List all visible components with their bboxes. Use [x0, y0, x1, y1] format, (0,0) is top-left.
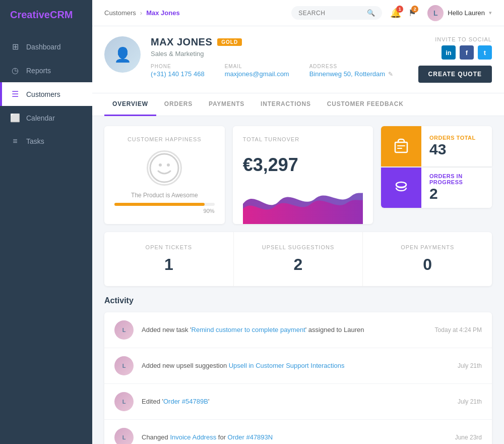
linkedin-button[interactable]: in	[442, 45, 456, 60]
notification-badge: 1	[396, 6, 403, 13]
open-tickets-count: 1	[114, 255, 223, 274]
tabs: OVERVIEW ORDERS PAYMENTS INTERACTIONS CU…	[92, 93, 504, 116]
tab-overview[interactable]: OVERVIEW	[104, 93, 156, 116]
sidebar-label-tasks: Tasks	[26, 137, 44, 145]
activity-list: L Added new task 'Remind customer to com…	[104, 312, 492, 444]
create-quote-button[interactable]: CREATE QUOTE	[418, 66, 492, 83]
orders-total-label: ORDERS TOTAL	[429, 135, 484, 141]
happiness-comment: The Product is Awesome	[114, 192, 215, 199]
email-value[interactable]: maxjones@gmail.com	[225, 70, 289, 78]
phone-value[interactable]: (+31) 140 175 468	[151, 70, 205, 78]
orders-progress-info: ORDERS IN PROGRESS 2	[421, 168, 492, 208]
address-field: ADDRESS Binnenweg 50, Rotterdam ✎	[309, 64, 393, 78]
notification-bell[interactable]: 🔔 1	[390, 8, 401, 19]
dashboard-icon: ⊞	[10, 42, 20, 51]
open-payments-card: OPEN PAYMENTS 0	[363, 232, 492, 286]
search-input[interactable]	[298, 10, 363, 17]
invite-social: INVITE TO SOCIAL in f t	[435, 36, 492, 60]
sidebar-label-dashboard: Dashboard	[26, 43, 61, 51]
twitter-button[interactable]: t	[478, 45, 492, 60]
activity-section: Activity L Added new task 'Remind custom…	[104, 296, 492, 444]
address-label: ADDRESS	[309, 64, 393, 69]
search-container[interactable]: 🔍	[291, 6, 382, 20]
orders-progress-label: ORDERS IN PROGRESS	[429, 173, 484, 185]
open-payments-label: OPEN PAYMENTS	[373, 244, 482, 250]
activity-text-2: Added new upsell suggestion Upsell in Cu…	[142, 361, 450, 370]
orders-total-count: 43	[429, 141, 484, 158]
activity-title: Activity	[104, 296, 492, 305]
open-tickets-label: OPEN TICKETS	[114, 244, 223, 250]
happiness-title: CUSTOMER HAPPINESS	[114, 136, 215, 142]
sidebar-label-calendar: Calendar	[26, 114, 55, 122]
customers-icon: ☰	[10, 89, 20, 99]
logo-text-main: Creative	[10, 9, 50, 20]
activity-time-3: July 21th	[458, 398, 482, 405]
activity-link-2[interactable]: Upsell in Customer Support Interactions	[229, 362, 345, 369]
sidebar-item-customers[interactable]: ☰ Customers	[0, 82, 92, 106]
customer-tier-badge: GOLD	[217, 38, 242, 46]
dropdown-chevron: ▾	[489, 10, 492, 16]
facebook-button[interactable]: f	[460, 45, 474, 60]
activity-item-1: L Added new task 'Remind customer to com…	[104, 312, 492, 348]
activity-item-3: L Edited 'Order #54789B' July 21th	[104, 384, 492, 420]
happiness-progress-bar	[114, 203, 215, 206]
orders-progress-count: 2	[429, 185, 484, 202]
user-profile[interactable]: L Hello Lauren ▾	[427, 5, 492, 21]
sidebar-item-dashboard[interactable]: ⊞ Dashboard	[0, 35, 92, 59]
phone-field: PHONE (+31) 140 175 468	[151, 64, 205, 78]
tab-payments[interactable]: PAYMENTS	[201, 93, 253, 116]
activity-text-3: Edited 'Order #54789B'	[142, 397, 450, 406]
upsell-card: UPSELL SUGGESTIONS 2	[234, 232, 363, 286]
activity-link-4b[interactable]: Order #47893N	[228, 433, 273, 441]
topbar: Customers › Max Jones 🔍 🔔 1 ⚑ 2 L Hello …	[92, 0, 504, 26]
user-avatar: L	[427, 5, 444, 21]
sidebar-item-reports[interactable]: ◷ Reports	[0, 59, 92, 82]
activity-text-4: Changed Invoice Address for Order #47893…	[142, 433, 447, 442]
app-logo: CreativeCRM	[0, 0, 92, 30]
activity-item-4: L Changed Invoice Address for Order #478…	[104, 420, 492, 444]
customer-avatar: 👤	[104, 36, 141, 73]
alert-icon-btn[interactable]: ⚑ 2	[408, 8, 416, 19]
upsell-count: 2	[244, 255, 353, 274]
orders-stack: ORDERS TOTAL 43 ORDERS IN PROGRESS	[381, 126, 492, 224]
svg-point-2	[167, 163, 170, 166]
customer-header: 👤 MAX JONES GOLD Sales & Marketing PHONE…	[92, 26, 504, 93]
breadcrumb-current: Max Jones	[146, 9, 179, 17]
dashboard-content: CUSTOMER HAPPINESS The Product is Awesom…	[92, 116, 504, 444]
address-text: Binnenweg 50, Rotterdam	[309, 70, 385, 78]
turnover-title: TOTAL TURNOVER	[243, 136, 363, 142]
upsell-label: UPSELL SUGGESTIONS	[244, 244, 353, 250]
calendar-icon: ⬜	[10, 113, 20, 123]
activity-avatar-2: L	[114, 356, 134, 375]
turnover-card: TOTAL TURNOVER €3,297	[233, 126, 373, 224]
tab-feedback[interactable]: CUSTOMER FEEDBACK	[319, 93, 412, 116]
activity-link-1[interactable]: Remind customer to complete payment	[192, 326, 305, 334]
activity-text-1: Added new task 'Remind customer to compl…	[142, 325, 427, 335]
activity-time-4: June 23rd	[455, 434, 482, 441]
activity-avatar-4: L	[114, 428, 134, 444]
breadcrumb-parent[interactable]: Customers	[104, 9, 136, 17]
tab-orders[interactable]: ORDERS	[156, 93, 201, 116]
open-tickets-card: OPEN TICKETS 1	[104, 232, 234, 286]
tab-interactions[interactable]: INTERACTIONS	[253, 93, 319, 116]
logo-text-accent: CRM	[50, 9, 73, 20]
activity-link-3[interactable]: Order #54789B	[163, 398, 208, 405]
activity-item-2: L Added new upsell suggestion Upsell in …	[104, 348, 492, 384]
alert-badge: 2	[411, 6, 418, 13]
activity-avatar-3: L	[114, 392, 134, 411]
activity-link-4a[interactable]: Invoice Address	[170, 433, 216, 441]
address-edit-icon[interactable]: ✎	[388, 71, 393, 78]
reports-icon: ◷	[10, 66, 20, 75]
customer-name: MAX JONES	[151, 36, 212, 48]
open-payments-count: 0	[373, 255, 482, 274]
topbar-icons: 🔔 1 ⚑ 2 L Hello Lauren ▾	[390, 5, 492, 21]
sidebar-label-reports: Reports	[26, 67, 51, 75]
tickets-row: OPEN TICKETS 1 UPSELL SUGGESTIONS 2 OPEN…	[104, 232, 492, 286]
sidebar-item-tasks[interactable]: ≡ Tasks	[0, 130, 92, 153]
customer-info: MAX JONES GOLD Sales & Marketing PHONE (…	[151, 36, 408, 78]
address-value: Binnenweg 50, Rotterdam ✎	[309, 70, 393, 78]
email-label: EMAIL	[225, 64, 289, 69]
sidebar-item-calendar[interactable]: ⬜ Calendar	[0, 106, 92, 130]
orders-total-card: ORDERS TOTAL 43	[381, 126, 492, 166]
phone-label: PHONE	[151, 64, 205, 69]
